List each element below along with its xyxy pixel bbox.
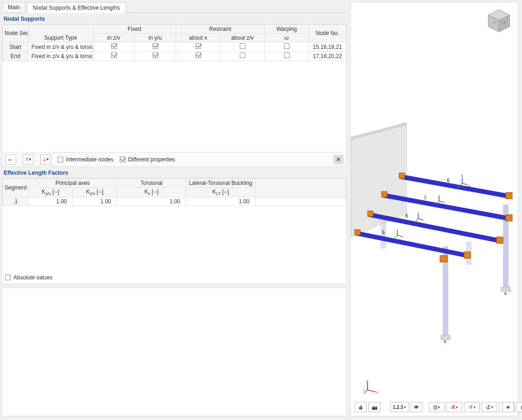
svg-text:x: x [468, 183, 470, 188]
tab-strip: Main Nodal Supports & Effective Lengths [2, 2, 347, 13]
left-pane: Main Nodal Supports & Effective Lengths … [0, 0, 350, 420]
svg-rect-15 [399, 173, 405, 178]
nodal-table-empty-area [2, 61, 346, 152]
checkbox-icon[interactable] [196, 53, 201, 58]
eff-table-empty-area [2, 206, 346, 272]
svg-rect-16 [506, 192, 512, 199]
different-properties-checkbox[interactable]: Different properties [120, 156, 175, 163]
tab-main[interactable]: Main [2, 2, 26, 12]
global-axes-icon: ZXY [363, 380, 378, 396]
nodal-footer-toolbar: ⇤ ⤒✖ ⤓✖ Intermediate nodes Different pro… [2, 152, 346, 166]
intermediate-nodes-label: Intermediate nodes [66, 156, 113, 163]
checkbox-icon[interactable] [284, 43, 290, 49]
col-kx: Kx [--] [117, 188, 186, 197]
support-icon-button-2[interactable]: ⤒✖ [23, 154, 34, 165]
col-kzv: Kz/v [--] [73, 188, 117, 197]
nodal-supports-panel: Node Sequence Support Type Fixed Restrai… [2, 24, 347, 167]
svg-rect-19 [368, 211, 373, 217]
col-node-no: Node No. [309, 25, 346, 42]
col-about-x: about x [176, 34, 220, 42]
svg-text:Z: Z [366, 380, 368, 383]
viewport-3d[interactable]: +Y -X [350, 2, 518, 416]
numbers-toggle[interactable]: 1.2.3 [390, 402, 409, 412]
checkbox-icon[interactable] [284, 53, 290, 58]
checkbox-icon[interactable] [111, 53, 117, 58]
svg-rect-18 [506, 215, 512, 221]
checkbox-icon[interactable] [240, 53, 245, 58]
member-label: 7 [424, 196, 427, 201]
close-button[interactable]: ✕ [333, 155, 344, 164]
navigation-cube[interactable]: +Y -X [486, 8, 512, 35]
lower-output-panel [2, 288, 347, 416]
svg-line-38 [395, 235, 397, 239]
checkbox-icon[interactable] [111, 43, 117, 49]
view-z-button[interactable]: -Z [481, 402, 497, 412]
axis-colors-button[interactable]: ||| [429, 402, 445, 412]
member-label: 8 [405, 213, 408, 219]
col-fixed: Fixed [93, 25, 176, 34]
view-x-button[interactable]: -X [446, 402, 462, 412]
show-hide-button[interactable]: 👁 [410, 402, 422, 412]
col-node-sequence: Node Sequence [3, 25, 29, 42]
svg-line-35 [415, 219, 418, 222]
col-empty [255, 179, 346, 197]
view-y-button[interactable]: -Y [464, 402, 480, 412]
viewport-toolbar-right: ⌖ [502, 402, 514, 412]
eff-footer: Absolute values [2, 272, 346, 284]
view-box-button[interactable]: ▦ [516, 402, 522, 412]
checkbox-icon[interactable] [196, 43, 201, 49]
col-principal-axes: Principal axes [29, 179, 117, 188]
col-in-yu: in y/u [135, 34, 176, 42]
nodal-supports-title: Nodal Supports [2, 13, 347, 24]
print-button[interactable]: 🖨 [355, 402, 367, 412]
svg-rect-22 [464, 252, 470, 258]
svg-rect-17 [381, 191, 387, 197]
col-klt: KLT [--] [186, 188, 255, 197]
svg-text:X: X [376, 390, 378, 395]
svg-text:+Y: +Y [492, 21, 497, 24]
col-torsional: Torsional [117, 179, 186, 188]
effective-length-table: Segment Seq. No. Principal axes Torsiona… [2, 178, 346, 206]
app-root: Main Nodal Supports & Effective Lengths … [0, 0, 522, 420]
table-row[interactable]: .11.001.001.001.00 [3, 197, 346, 206]
col-warping: Warping [265, 25, 309, 34]
col-support-type: Support Type [29, 25, 93, 42]
tab-nodal-supports[interactable]: Nodal Supports & Effective Lengths [27, 2, 126, 13]
svg-rect-23 [440, 255, 447, 262]
svg-text:▾: ▾ [504, 290, 507, 297]
effective-length-title: Effective Length Factors [2, 167, 347, 178]
col-ltb: Lateral-Torsional Buckling [186, 179, 255, 188]
svg-line-25 [462, 183, 468, 185]
svg-line-34 [418, 219, 424, 220]
svg-line-37 [397, 235, 403, 237]
checkbox-icon[interactable] [153, 53, 158, 58]
checkbox-icon[interactable] [240, 43, 245, 49]
support-icon-button-3[interactable]: ⤓✖ [40, 154, 51, 165]
checkbox-icon [5, 275, 11, 280]
table-row[interactable]: StartFixed in z/v & y/u & torsion15,16,1… [3, 42, 346, 52]
svg-text:▾: ▾ [444, 338, 446, 345]
absolute-values-checkbox[interactable]: Absolute values [5, 274, 344, 281]
effective-length-panel: Segment Seq. No. Principal axes Torsiona… [2, 178, 347, 284]
col-restraint: Restraint [176, 25, 265, 34]
svg-line-13 [369, 215, 499, 241]
col-in-zv: in z/v [93, 34, 135, 42]
svg-text:y: y [457, 185, 459, 189]
reset-view-button[interactable]: ⌖ [502, 402, 514, 412]
support-icon-button-1[interactable]: ⇤ [5, 154, 16, 165]
intermediate-nodes-checkbox[interactable]: Intermediate nodes [58, 156, 113, 163]
nodal-supports-table: Node Sequence Support Type Fixed Restrai… [2, 24, 346, 61]
checkbox-icon[interactable] [153, 43, 158, 49]
member-label: 6 [447, 178, 450, 183]
snapshot-button[interactable]: 📷 [368, 402, 380, 412]
col-omega: ω [265, 34, 309, 42]
col-segment-seq: Segment Seq. No. [3, 179, 29, 197]
absolute-values-label: Absolute values [13, 274, 53, 281]
table-row[interactable]: EndFixed in z/v & y/u & torsion17,18,20,… [3, 52, 346, 61]
svg-text:Y: Y [363, 389, 366, 393]
col-kyu: Ky/u [--] [29, 188, 73, 197]
member-label: 5 [382, 230, 385, 235]
svg-text:z: z [461, 173, 463, 177]
model-3d-view[interactable]: 6 7 8 5 zxy ▾ ▾ [351, 2, 518, 397]
checkbox-icon [58, 157, 63, 162]
